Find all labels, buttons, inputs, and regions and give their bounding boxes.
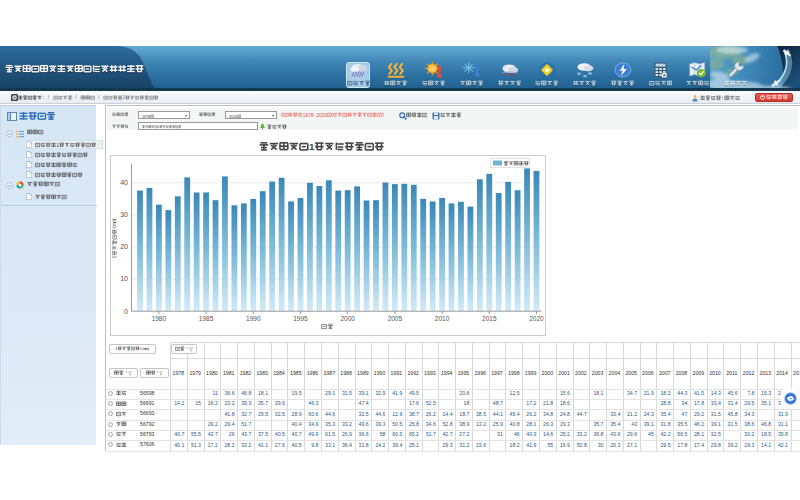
svg-text:20: 20 [120,243,128,250]
svg-text:1: 1 [115,347,118,352]
svg-text:40: 40 [120,179,128,186]
svg-text:1990: 1990 [246,315,261,322]
svg-text:8: 8 [148,114,150,118]
svg-text:1: 1 [111,256,117,259]
svg-text:2000: 2000 [340,315,355,322]
svg-text:-: - [313,112,315,117]
svg-text:): ) [147,347,149,352]
svg-text:1: 1 [309,141,315,152]
svg-text:/: / [98,95,100,100]
svg-text:0: 0 [235,114,237,118]
svg-text:1: 1 [157,125,159,129]
svg-text:0: 0 [124,308,128,315]
svg-text:2005: 2005 [388,315,403,322]
svg-text:1980: 1980 [152,315,167,322]
svg-text:/: / [48,95,50,100]
svg-text:1995: 1995 [293,315,308,322]
svg-text:2020: 2020 [529,315,544,322]
svg-text:30: 30 [120,211,128,218]
svg-text:10: 10 [120,275,128,282]
svg-text:0: 0 [324,112,327,117]
svg-text:1985: 1985 [199,315,214,322]
svg-text:1: 1 [122,95,125,100]
svg-text:2015: 2015 [482,315,497,322]
svg-text:/: / [75,95,77,100]
svg-text:2010: 2010 [435,315,450,322]
svg-text:1: 1 [56,142,59,148]
